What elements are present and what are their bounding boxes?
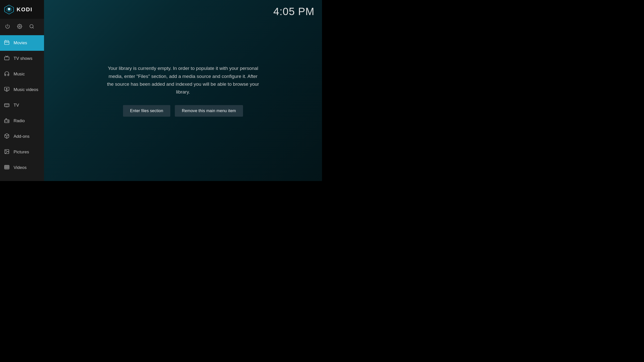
sidebar-label-tv: TV <box>14 103 19 108</box>
sidebar-item-radio[interactable]: Radio <box>0 113 44 129</box>
radio-icon <box>4 118 10 124</box>
sidebar-controls <box>0 19 44 35</box>
svg-point-19 <box>8 120 9 121</box>
sidebar-item-add-ons[interactable]: Add-ons <box>0 129 44 144</box>
sidebar-label-movies: Movies <box>14 40 27 46</box>
music-icon <box>4 71 10 78</box>
svg-rect-14 <box>5 104 9 107</box>
sidebar-label-radio: Radio <box>14 118 25 123</box>
movies-icon <box>4 40 10 47</box>
search-icon[interactable] <box>29 24 34 30</box>
svg-point-3 <box>8 8 10 10</box>
sidebar-label-pictures: Pictures <box>14 150 29 155</box>
sidebar-label-tv-shows: TV shows <box>14 56 32 61</box>
clock-display: 4:05 PM <box>273 6 314 18</box>
sidebar-label-music-videos: Music videos <box>14 87 38 92</box>
music-videos-icon <box>4 86 10 93</box>
sidebar-label-music: Music <box>14 72 25 77</box>
svg-marker-13 <box>6 88 8 89</box>
tv-icon <box>4 102 10 109</box>
settings-icon[interactable] <box>17 24 22 30</box>
power-icon[interactable] <box>5 24 10 30</box>
app-title: KODI <box>17 6 32 13</box>
add-ons-icon <box>4 133 10 140</box>
tv-shows-icon <box>4 55 10 62</box>
pictures-icon <box>4 149 10 156</box>
svg-rect-9 <box>5 57 9 60</box>
svg-point-4 <box>19 26 20 27</box>
videos-icon <box>4 164 10 171</box>
sidebar-item-music-videos[interactable]: Music videos <box>0 82 44 98</box>
sidebar-item-tv-shows[interactable]: TV shows <box>0 51 44 66</box>
sidebar-item-tv[interactable]: TV <box>0 98 44 113</box>
sidebar-item-movies[interactable]: Movies <box>0 35 44 51</box>
kodi-logo-icon <box>4 5 14 15</box>
empty-library-message: Your library is currently empty. In orde… <box>105 64 261 96</box>
sidebar: KODI <box>0 0 44 181</box>
main-content: 4:05 PM Your library is currently empty.… <box>44 0 322 181</box>
sidebar-nav: Movies TV shows <box>0 35 44 181</box>
sidebar-item-music[interactable]: Music <box>0 66 44 82</box>
sidebar-header: KODI <box>0 0 44 19</box>
svg-point-23 <box>6 150 6 151</box>
action-buttons: Enter files section Remove this main men… <box>123 105 243 117</box>
sidebar-label-add-ons: Add-ons <box>14 134 29 139</box>
svg-line-6 <box>33 27 34 28</box>
sidebar-label-videos: Videos <box>14 165 27 170</box>
svg-rect-7 <box>5 41 9 44</box>
remove-menu-item-button[interactable]: Remove this main menu item <box>175 105 243 117</box>
sidebar-item-videos[interactable]: Videos <box>0 160 44 175</box>
enter-files-button[interactable]: Enter files section <box>123 105 170 117</box>
content-center: Your library is currently empty. In orde… <box>95 64 271 116</box>
app-container: KODI <box>0 0 322 181</box>
sidebar-item-pictures[interactable]: Pictures <box>0 144 44 160</box>
